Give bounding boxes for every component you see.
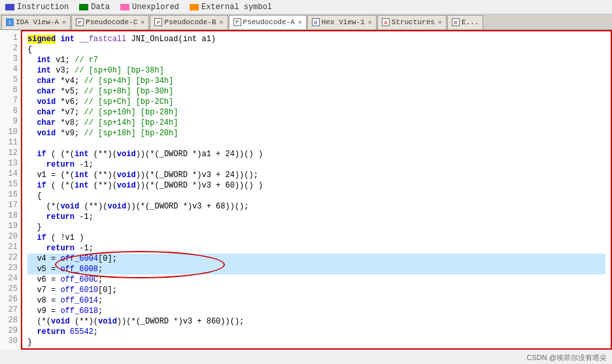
- code-line-16: {: [27, 191, 605, 201]
- code-line-18: return -1;: [27, 212, 605, 222]
- code-line-25: v7 = off_6010[0];: [27, 285, 605, 295]
- tab-pseudocode-c[interactable]: P Pseudocode-C ✕: [71, 15, 149, 29]
- tab-hv-close[interactable]: ✕: [368, 18, 372, 26]
- tab-pb-close[interactable]: ✕: [220, 18, 224, 26]
- code-line-11: [27, 139, 605, 149]
- code-line-10: void *v9; // [sp+18h] [bp-20h]: [27, 128, 605, 139]
- status-bar: CSDN @埃菲尔没有塔尖: [522, 352, 612, 364]
- status-text: CSDN @埃菲尔没有塔尖: [527, 354, 607, 361]
- legend-instruction: Instruction: [5, 3, 69, 12]
- tab-pc-icon: P: [76, 18, 84, 26]
- code-line-6: char *v5; // [sp+8h] [bp-30h]: [27, 86, 605, 97]
- tab-pb-icon: P: [154, 18, 162, 26]
- tab-pc-label: Pseudocode-C: [86, 18, 137, 26]
- legend-external: External symbol: [190, 3, 272, 12]
- legend-data: Data: [79, 3, 110, 12]
- main-area: 1234567891011121314151617181920212223242…: [0, 30, 612, 350]
- legend-data-label: Data: [91, 3, 110, 12]
- tab-pc-close[interactable]: ✕: [141, 18, 144, 26]
- code-line-30: }: [27, 337, 605, 348]
- tab-hv-icon: O: [312, 18, 320, 26]
- legend-bar: Instruction Data Unexplored External sym…: [0, 0, 612, 14]
- code-line-5: char *v4; // [sp+4h] [bp-34h]: [27, 76, 605, 86]
- legend-unexplored-label: Unexplored: [132, 3, 179, 12]
- code-line-12: if ( (*(int (**)(void))(*(_DWORD *)a1 + …: [27, 149, 605, 159]
- legend-unexplored: Unexplored: [120, 3, 179, 12]
- code-line-26: v8 = off_6014;: [27, 295, 605, 306]
- tab-ida-label: IDA View-A: [16, 18, 59, 26]
- tab-st-label: Structures: [392, 18, 435, 26]
- tab-ex-icon: B: [452, 18, 460, 26]
- code-line-28: (*(void (**)(void))(*(_DWORD *)v3 + 860)…: [27, 316, 605, 327]
- legend-external-label: External symbol: [201, 3, 272, 12]
- code-line-15: if ( (*(int (**)(void))(*(_DWORD *)v3 + …: [27, 180, 605, 191]
- code-line-1: signed int __fastcall JNI_OnLoad(int a1): [27, 34, 605, 44]
- code-line-23: v5 = off_6008;: [27, 264, 605, 274]
- tab-ida-icon: I: [6, 18, 14, 26]
- code-line-8: char *v7; // [sp+10h] [bp-28h]: [27, 107, 605, 118]
- legend-instruction-color: [5, 4, 14, 10]
- legend-instruction-label: Instruction: [17, 3, 69, 12]
- code-line-9: char *v8; // [sp+14h] [bp-24h]: [27, 118, 605, 128]
- tab-ida-view-a[interactable]: I IDA View-A ✕: [1, 15, 71, 29]
- code-line-19: }: [27, 222, 605, 233]
- tab-pa-icon: P: [233, 18, 241, 26]
- line-numbers: 1234567891011121314151617181920212223242…: [0, 30, 21, 350]
- code-line-21: return -1;: [27, 243, 605, 254]
- legend-external-color: [190, 4, 199, 10]
- tab-pb-label: Pseudocode-B: [164, 18, 216, 26]
- legend-unexplored-color: [120, 4, 129, 10]
- code-line-14: v1 = (*(int (**)(void))(*(_DWORD *)v3 + …: [27, 170, 605, 180]
- tab-pseudocode-b[interactable]: P Pseudocode-B ✕: [150, 15, 228, 29]
- code-line-7: void *v6; // [sp+Ch] [bp-2Ch]: [27, 97, 605, 107]
- tab-st-icon: A: [382, 18, 390, 26]
- legend-data-color: [79, 4, 88, 10]
- code-line-24: v6 = off_600C;: [27, 274, 605, 285]
- code-line-13: return -1;: [27, 159, 605, 170]
- tab-ex-label: E...: [462, 18, 479, 26]
- tab-extra[interactable]: B E...: [447, 15, 483, 29]
- tab-structures[interactable]: A Structures ✕: [377, 15, 447, 29]
- tab-st-close[interactable]: ✕: [438, 18, 442, 26]
- tab-pa-close[interactable]: ✕: [298, 18, 302, 26]
- code-line-2: {: [27, 44, 605, 55]
- code-line-22: v4 = off_6004[0];: [27, 254, 605, 264]
- tab-hv-label: Hex View-1: [322, 18, 365, 26]
- tab-bar: I IDA View-A ✕ P Pseudocode-C ✕ P Pseudo…: [0, 14, 612, 30]
- code-area[interactable]: signed int __fastcall JNI_OnLoad(int a1)…: [21, 30, 612, 350]
- tab-hex-view-1[interactable]: O Hex View-1 ✕: [307, 15, 377, 29]
- tab-ida-close[interactable]: ✕: [62, 18, 66, 26]
- tab-pa-label: Pseudocode-A: [243, 18, 295, 26]
- code-line-3: int v1; // r7: [27, 55, 605, 65]
- code-line-29: return 65542;: [27, 327, 605, 337]
- code-line-20: if ( !v1 ): [27, 233, 605, 243]
- code-line-4: int v3; // [sp+0h] [bp-38h]: [27, 65, 605, 76]
- tab-pseudocode-a[interactable]: P Pseudocode-A ✕: [229, 15, 307, 29]
- code-line-27: v9 = off_6018;: [27, 306, 605, 316]
- code-line-17: (*(void (**)(void))(*(_DWORD *)v3 + 68))…: [27, 201, 605, 212]
